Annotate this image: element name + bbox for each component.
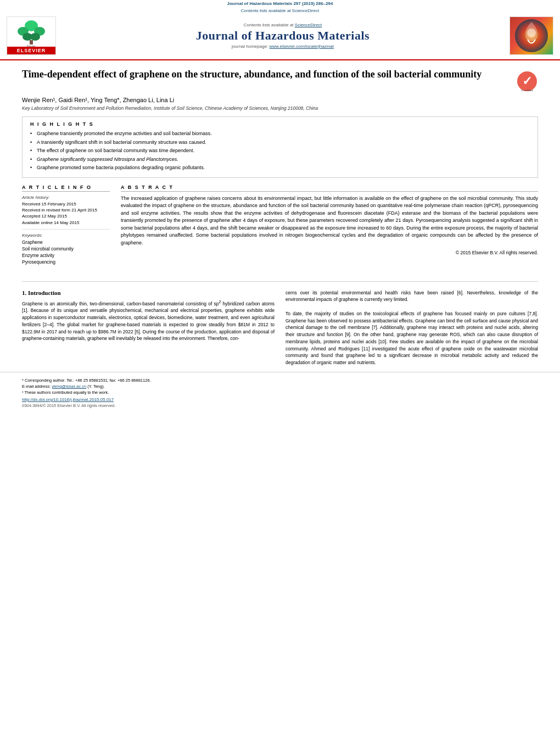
highlights-title: H I G H L I G H T S <box>30 121 530 127</box>
abstract-label: A B S T R A C T <box>121 185 538 192</box>
intro-text-left: Graphene is an atomically thin, two-dime… <box>22 299 275 342</box>
citation-text: Journal of Hazardous Materials 297 (2015… <box>227 1 333 6</box>
accepted-date: Accepted 12 May 2015 <box>22 213 110 219</box>
journal-top-bar: Contents lists available at ScienceDirec… <box>0 6 560 14</box>
footer-section: * Corresponding author. Tel.: +86 25 858… <box>0 372 560 411</box>
article-title: Time-dependent effect of graphene on the… <box>22 68 507 81</box>
contents-available-label: Contents lists available at <box>244 23 294 27</box>
doi-link[interactable]: http://dx.doi.org/10.1016/j.jhazmat.2015… <box>22 397 114 402</box>
copyright-line: 0304-3894/© 2015 Elsevier B.V. All right… <box>22 403 538 408</box>
svg-text:CrossMark: CrossMark <box>521 89 534 92</box>
page: Journal of Hazardous Materials 297 (2015… <box>0 0 560 742</box>
highlight-item-1: Graphene transiently promoted the enzyme… <box>30 130 530 137</box>
highlight-italic-4a: Graphene significantly suppressed Nitros… <box>37 157 178 162</box>
article-content: Time-dependent effect of graphene on the… <box>0 60 560 274</box>
sciencedirect-link[interactable]: ScienceDirect <box>292 8 319 13</box>
highlight-item-3: The effect of graphene on soil bacterial… <box>30 147 530 154</box>
article-info-label: A R T I C L E I N F O <box>22 185 110 192</box>
intro-text-right: cerns over its potential environmental a… <box>285 289 538 366</box>
keyword-2: Soil microbial community <box>22 246 110 252</box>
footnote-1: ¹ These authors contributed equally to t… <box>22 390 538 395</box>
svg-point-4 <box>30 33 40 41</box>
article-info-abstract-row: A R T I C L E I N F O Article history: R… <box>22 185 538 266</box>
keyword-1: Graphene <box>22 239 110 245</box>
journal-homepage: journal homepage: www.elsevier.com/locat… <box>56 44 509 49</box>
journal-title-center: Contents lists available at ScienceDirec… <box>56 23 509 49</box>
available-date: Available online 14 May 2015 <box>22 220 110 226</box>
footnote-star: * Corresponding author. Tel.: +86 25 858… <box>22 378 538 383</box>
email-link[interactable]: yteng@issas.ac.cn <box>52 384 86 389</box>
affiliation: Key Laboratory of Soil Environment and P… <box>22 105 538 111</box>
highlight-item-4: Graphene significantly suppressed Nitros… <box>30 156 530 163</box>
svg-text:✓: ✓ <box>522 74 532 88</box>
article-info-col: A R T I C L E I N F O Article history: R… <box>22 185 110 266</box>
crossmark-badge-icon: ✓ CrossMark <box>516 70 538 92</box>
highlight-item-5: Graphene promoted some bacteria populati… <box>30 164 530 171</box>
svg-point-8 <box>527 29 536 37</box>
abstract-text: The increased application of graphene ra… <box>121 195 538 247</box>
svg-rect-5 <box>30 40 33 44</box>
article-title-row: Time-dependent effect of graphene on the… <box>22 68 538 92</box>
section-divider <box>22 281 538 282</box>
keywords-group: Keywords: Graphene Soil microbial commun… <box>22 233 110 265</box>
doi-line: http://dx.doi.org/10.1016/j.jhazmat.2015… <box>22 397 538 402</box>
revised-date: Received in revised form 21 April 2015 <box>22 207 110 213</box>
elsevier-label: ELSEVIER <box>7 47 55 54</box>
abstract-col: A B S T R A C T The increased applicatio… <box>121 185 538 266</box>
homepage-label: journal homepage: <box>232 44 268 49</box>
elsevier-logo: Elsevier ELSEVIER <box>7 16 56 55</box>
journal-logo-right <box>509 16 553 55</box>
keywords-label: Keywords: <box>22 233 110 238</box>
article-history-group: Article history: Received 15 February 20… <box>22 195 110 230</box>
highlights-section: H I G H L I G H T S Graphene transiently… <box>22 116 538 178</box>
history-label: Article history: <box>22 195 110 200</box>
citation-bar: Journal of Hazardous Materials 297 (2015… <box>0 0 560 6</box>
journal-name: Journal of Hazardous Materials <box>56 29 509 43</box>
body-col-left: 1. Introduction Graphene is an atomicall… <box>22 289 275 366</box>
contents-label: Contents lists available at <box>241 8 291 13</box>
sciencedirect-link2[interactable]: ScienceDirect <box>295 23 322 27</box>
keyword-4: Pyrosequencing <box>22 259 110 265</box>
body-columns: 1. Introduction Graphene is an atomicall… <box>0 289 560 366</box>
contents-line: Contents lists available at ScienceDirec… <box>56 23 509 27</box>
footnote-email: E-mail address: yteng@issas.ac.cn (Y. Te… <box>22 384 538 389</box>
received-date: Received 15 February 2015 <box>22 201 110 207</box>
authors: Wenjie Ren¹, Gaidi Ren¹, Ying Teng*, Zhe… <box>22 97 538 103</box>
elsevier-tree-icon: Elsevier <box>12 19 51 47</box>
highlight-item-2: A transiently significant shift in soil … <box>30 139 530 146</box>
homepage-link[interactable]: www.elsevier.com/locate/jhazmat <box>270 44 334 49</box>
journal-header: Contents lists available at ScienceDirec… <box>0 6 560 60</box>
authors-text: Wenjie Ren¹, Gaidi Ren¹, Ying Teng*, Zhe… <box>22 97 174 103</box>
body-col-right: cerns over its potential environmental a… <box>285 289 538 366</box>
journal-main-header: Elsevier ELSEVIER Contents lists availab… <box>0 14 560 57</box>
intro-heading: 1. Introduction <box>22 289 275 296</box>
keyword-3: Enzyme activity <box>22 253 110 258</box>
abstract-copyright: © 2015 Elsevier B.V. All rights reserved… <box>121 250 538 255</box>
journal-logo-icon <box>512 16 551 55</box>
